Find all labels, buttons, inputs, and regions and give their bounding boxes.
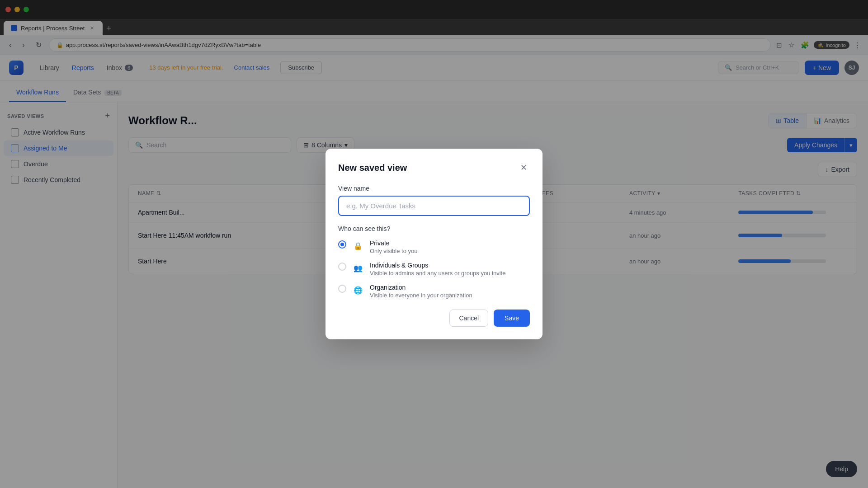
radio-private-circle bbox=[338, 240, 346, 249]
radio-individuals-text: Individuals & Groups Visible to admins a… bbox=[370, 262, 505, 277]
modal-overlay[interactable]: New saved view ✕ View name Who can see t… bbox=[0, 0, 868, 488]
modal-close-button[interactable]: ✕ bbox=[517, 161, 530, 174]
visibility-label: Who can see this? bbox=[338, 225, 530, 232]
radio-organization[interactable]: 🌐 Organization Visible to everyone in yo… bbox=[338, 284, 530, 299]
view-name-label: View name bbox=[338, 185, 530, 192]
radio-private-text: Private Only visible to you bbox=[370, 239, 418, 254]
individuals-description: Visible to admins and any users or group… bbox=[370, 270, 505, 277]
individuals-icon: 👥 bbox=[352, 262, 364, 274]
visibility-section: Who can see this? 🔒 Private Only visible… bbox=[338, 225, 530, 299]
radio-individuals[interactable]: 👥 Individuals & Groups Visible to admins… bbox=[338, 262, 530, 277]
organization-label: Organization bbox=[370, 284, 472, 291]
private-label: Private bbox=[370, 239, 418, 247]
view-name-section: View name bbox=[338, 185, 530, 216]
radio-organization-circle bbox=[338, 285, 346, 293]
modal-header: New saved view ✕ bbox=[338, 161, 530, 174]
radio-organization-text: Organization Visible to everyone in your… bbox=[370, 284, 472, 299]
private-description: Only visible to you bbox=[370, 248, 418, 254]
private-icon: 🔒 bbox=[352, 239, 364, 252]
radio-private[interactable]: 🔒 Private Only visible to you bbox=[338, 239, 530, 254]
modal-title: New saved view bbox=[338, 163, 407, 173]
new-saved-view-modal: New saved view ✕ View name Who can see t… bbox=[326, 149, 542, 339]
radio-individuals-circle bbox=[338, 263, 346, 271]
individuals-label: Individuals & Groups bbox=[370, 262, 505, 269]
cancel-button[interactable]: Cancel bbox=[449, 310, 488, 327]
organization-icon: 🌐 bbox=[352, 284, 364, 296]
view-name-input[interactable] bbox=[338, 196, 530, 216]
save-button[interactable]: Save bbox=[494, 310, 530, 327]
modal-footer: Cancel Save bbox=[338, 310, 530, 327]
organization-description: Visible to everyone in your organization bbox=[370, 292, 472, 299]
